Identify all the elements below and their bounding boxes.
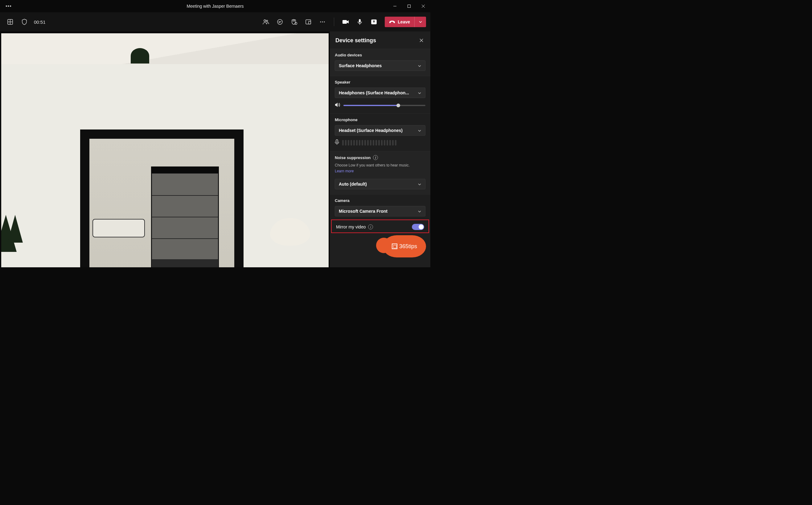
speaker-dropdown[interactable]: Headphones (Surface Headphon... [335, 88, 425, 98]
main-area: Device settings Audio devices Surface He… [0, 31, 430, 267]
mirror-video-label: Mirror my video [336, 224, 366, 229]
speaker-label: Speaker [335, 80, 425, 85]
microphone-label: Microphone [335, 118, 425, 122]
svg-rect-22 [336, 140, 338, 142]
meeting-toolbar: 00:51 [0, 12, 430, 31]
microphone-value: Headset (Surface Headphones) [339, 128, 403, 133]
noise-suppression-desc: Choose Low if you want others to hear mu… [335, 163, 425, 167]
camera-value: Microsoft Camera Front [339, 209, 388, 214]
camera-label: Camera [335, 198, 425, 203]
tips-badge: 365tips [383, 235, 426, 258]
learn-more-link[interactable]: Learn more [335, 169, 354, 173]
close-panel-button[interactable] [418, 37, 425, 44]
office-icon [392, 243, 397, 249]
grid-layout-button[interactable] [4, 16, 16, 28]
minimize-button[interactable] [388, 0, 402, 12]
noise-suppression-section: Noise suppression i Choose Low if you wa… [330, 151, 430, 194]
close-button[interactable] [416, 0, 430, 12]
microphone-section: Microphone Headset (Surface Headphones) [330, 114, 430, 151]
separator [334, 18, 334, 26]
microphone-icon [335, 139, 339, 146]
speaker-volume-slider[interactable] [344, 105, 425, 106]
video-feed [1, 33, 329, 267]
noise-suppression-label: Noise suppression [335, 155, 371, 160]
hangup-icon [389, 20, 395, 24]
svg-rect-12 [309, 21, 311, 24]
meeting-timer: 00:51 [34, 19, 46, 25]
svg-point-14 [322, 21, 323, 22]
info-icon[interactable]: i [373, 155, 378, 160]
device-settings-panel: Device settings Audio devices Surface He… [330, 31, 430, 267]
chat-button[interactable] [274, 16, 286, 28]
rooms-button[interactable] [302, 16, 314, 28]
chevron-down-icon [418, 182, 421, 186]
svg-point-13 [320, 21, 321, 22]
audio-devices-label: Audio devices [335, 53, 425, 57]
window-title: Meeting with Jasper Bernaers [187, 4, 243, 9]
svg-rect-1 [408, 5, 411, 8]
svg-rect-16 [343, 20, 347, 24]
more-actions-button[interactable] [317, 16, 328, 28]
chevron-down-icon [418, 63, 421, 68]
maximize-button[interactable] [402, 0, 416, 12]
panel-title: Device settings [336, 37, 376, 44]
leave-button[interactable]: Leave [385, 17, 414, 27]
camera-toggle-button[interactable] [340, 16, 352, 28]
leave-options-button[interactable] [414, 17, 426, 27]
svg-point-7 [264, 20, 266, 22]
audio-devices-value: Surface Headphones [339, 63, 382, 68]
info-icon[interactable]: i [368, 224, 373, 229]
noise-suppression-value: Auto (default) [339, 182, 367, 186]
speaker-value: Headphones (Surface Headphon... [339, 90, 409, 95]
camera-dropdown[interactable]: Microsoft Camera Front [335, 206, 425, 216]
microphone-level-meter [342, 140, 396, 146]
mirror-video-highlight: Mirror my video i [331, 219, 429, 233]
badge-text: 365tips [399, 243, 417, 250]
leave-label: Leave [398, 19, 410, 24]
svg-rect-17 [359, 19, 361, 22]
people-button[interactable] [260, 16, 271, 28]
chevron-down-icon [418, 209, 421, 214]
microphone-toggle-button[interactable] [354, 16, 366, 28]
audio-devices-section: Audio devices Surface Headphones [330, 49, 430, 76]
share-button[interactable] [368, 16, 380, 28]
reactions-button[interactable] [288, 16, 300, 28]
speaker-icon [335, 102, 340, 109]
audio-devices-dropdown[interactable]: Surface Headphones [335, 60, 425, 71]
chevron-down-icon [418, 90, 421, 95]
camera-section: Camera Microsoft Camera Front [330, 194, 430, 218]
title-bar: ••• Meeting with Jasper Bernaers [0, 0, 430, 12]
svg-point-8 [266, 20, 268, 22]
more-options-icon[interactable]: ••• [6, 3, 12, 9]
mirror-video-toggle[interactable] [412, 224, 424, 230]
chevron-down-icon [418, 128, 421, 133]
svg-point-15 [324, 21, 325, 22]
microphone-dropdown[interactable]: Headset (Surface Headphones) [335, 125, 425, 136]
svg-point-9 [277, 19, 282, 24]
shield-icon[interactable] [22, 16, 27, 28]
speaker-section: Speaker Headphones (Surface Headphon... [330, 76, 430, 114]
noise-suppression-dropdown[interactable]: Auto (default) [335, 179, 425, 189]
